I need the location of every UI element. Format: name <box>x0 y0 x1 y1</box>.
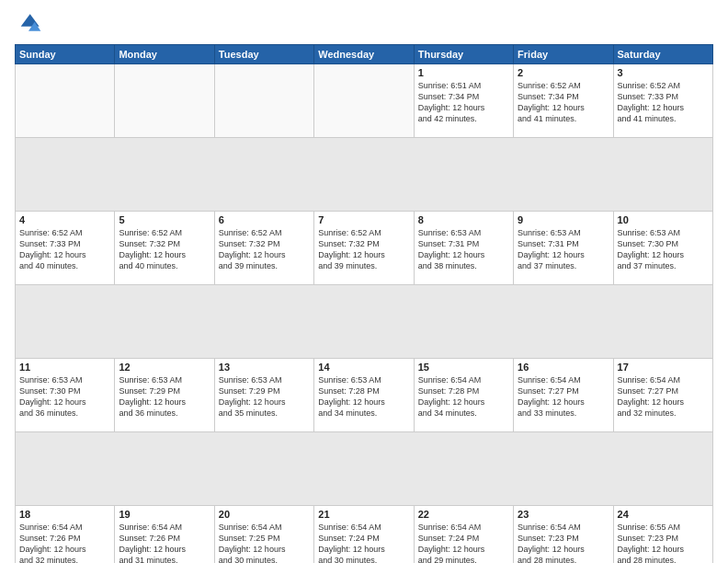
day-info: Sunrise: 6:53 AM Sunset: 7:28 PM Dayligh… <box>318 374 409 419</box>
calendar-cell <box>214 64 313 138</box>
calendar-cell <box>16 64 115 138</box>
day-number: 21 <box>318 509 409 520</box>
calendar-cell: 21Sunrise: 6:54 AM Sunset: 7:24 PM Dayli… <box>314 506 414 564</box>
day-number: 2 <box>518 67 609 78</box>
calendar-cell <box>115 64 214 138</box>
calendar-cell: 5Sunrise: 6:52 AM Sunset: 7:32 PM Daylig… <box>115 212 214 285</box>
day-info: Sunrise: 6:54 AM Sunset: 7:23 PM Dayligh… <box>518 522 609 563</box>
calendar-cell: 23Sunrise: 6:54 AM Sunset: 7:23 PM Dayli… <box>514 506 613 564</box>
day-number: 8 <box>418 214 509 225</box>
calendar-cell <box>314 64 414 138</box>
calendar-cell: 6Sunrise: 6:52 AM Sunset: 7:32 PM Daylig… <box>214 212 313 285</box>
separator-cell <box>16 138 713 212</box>
day-info: Sunrise: 6:54 AM Sunset: 7:24 PM Dayligh… <box>418 522 509 563</box>
row-separator <box>16 285 713 359</box>
day-info: Sunrise: 6:53 AM Sunset: 7:31 PM Dayligh… <box>418 227 509 272</box>
day-info: Sunrise: 6:52 AM Sunset: 7:32 PM Dayligh… <box>318 227 409 272</box>
day-number: 20 <box>219 509 310 520</box>
header <box>15 11 713 39</box>
day-number: 11 <box>19 362 110 373</box>
day-info: Sunrise: 6:52 AM Sunset: 7:33 PM Dayligh… <box>618 80 709 125</box>
logo-icon <box>15 11 42 39</box>
calendar-cell: 17Sunrise: 6:54 AM Sunset: 7:27 PM Dayli… <box>613 359 712 432</box>
day-info: Sunrise: 6:53 AM Sunset: 7:30 PM Dayligh… <box>19 374 110 419</box>
day-info: Sunrise: 6:52 AM Sunset: 7:32 PM Dayligh… <box>119 227 210 272</box>
day-number: 16 <box>518 362 609 373</box>
day-number: 22 <box>418 509 509 520</box>
day-info: Sunrise: 6:54 AM Sunset: 7:25 PM Dayligh… <box>219 522 310 563</box>
day-number: 23 <box>518 509 609 520</box>
separator-cell <box>16 285 713 359</box>
separator-cell <box>16 432 713 506</box>
weekday-row: SundayMondayTuesdayWednesdayThursdayFrid… <box>16 45 713 64</box>
day-info: Sunrise: 6:54 AM Sunset: 7:26 PM Dayligh… <box>19 522 110 563</box>
calendar-cell: 11Sunrise: 6:53 AM Sunset: 7:30 PM Dayli… <box>16 359 115 432</box>
calendar-cell: 14Sunrise: 6:53 AM Sunset: 7:28 PM Dayli… <box>314 359 414 432</box>
calendar-cell: 3Sunrise: 6:52 AM Sunset: 7:33 PM Daylig… <box>613 64 712 138</box>
day-number: 17 <box>618 362 709 373</box>
day-info: Sunrise: 6:52 AM Sunset: 7:33 PM Dayligh… <box>19 227 110 272</box>
calendar-cell: 24Sunrise: 6:55 AM Sunset: 7:23 PM Dayli… <box>613 506 712 564</box>
page: SundayMondayTuesdayWednesdayThursdayFrid… <box>0 0 728 563</box>
calendar-cell: 19Sunrise: 6:54 AM Sunset: 7:26 PM Dayli… <box>115 506 214 564</box>
day-info: Sunrise: 6:54 AM Sunset: 7:26 PM Dayligh… <box>119 522 210 563</box>
calendar-cell: 4Sunrise: 6:52 AM Sunset: 7:33 PM Daylig… <box>16 212 115 285</box>
calendar-cell: 12Sunrise: 6:53 AM Sunset: 7:29 PM Dayli… <box>115 359 214 432</box>
weekday-header: Monday <box>115 45 214 64</box>
calendar-cell: 10Sunrise: 6:53 AM Sunset: 7:30 PM Dayli… <box>613 212 712 285</box>
calendar-cell: 2Sunrise: 6:52 AM Sunset: 7:34 PM Daylig… <box>514 64 613 138</box>
day-number: 3 <box>618 67 709 78</box>
calendar-cell: 22Sunrise: 6:54 AM Sunset: 7:24 PM Dayli… <box>414 506 513 564</box>
calendar-week-row: 11Sunrise: 6:53 AM Sunset: 7:30 PM Dayli… <box>16 359 713 432</box>
calendar-cell: 20Sunrise: 6:54 AM Sunset: 7:25 PM Dayli… <box>214 506 313 564</box>
day-info: Sunrise: 6:53 AM Sunset: 7:31 PM Dayligh… <box>518 227 609 272</box>
calendar-cell: 8Sunrise: 6:53 AM Sunset: 7:31 PM Daylig… <box>414 212 513 285</box>
day-number: 9 <box>518 214 609 225</box>
day-number: 6 <box>219 214 310 225</box>
calendar-cell: 9Sunrise: 6:53 AM Sunset: 7:31 PM Daylig… <box>514 212 613 285</box>
day-info: Sunrise: 6:54 AM Sunset: 7:27 PM Dayligh… <box>618 374 709 419</box>
day-number: 5 <box>119 214 210 225</box>
calendar-cell: 13Sunrise: 6:53 AM Sunset: 7:29 PM Dayli… <box>214 359 313 432</box>
row-separator <box>16 138 713 212</box>
day-number: 12 <box>119 362 210 373</box>
day-number: 1 <box>418 67 509 78</box>
day-info: Sunrise: 6:52 AM Sunset: 7:34 PM Dayligh… <box>518 80 609 125</box>
calendar-header: SundayMondayTuesdayWednesdayThursdayFrid… <box>16 45 713 64</box>
day-info: Sunrise: 6:54 AM Sunset: 7:24 PM Dayligh… <box>318 522 409 563</box>
calendar-table: SundayMondayTuesdayWednesdayThursdayFrid… <box>15 44 713 563</box>
day-number: 13 <box>219 362 310 373</box>
calendar-week-row: 4Sunrise: 6:52 AM Sunset: 7:33 PM Daylig… <box>16 212 713 285</box>
calendar-cell: 15Sunrise: 6:54 AM Sunset: 7:28 PM Dayli… <box>414 359 513 432</box>
day-number: 14 <box>318 362 409 373</box>
row-separator <box>16 432 713 506</box>
day-number: 7 <box>318 214 409 225</box>
calendar-week-row: 1Sunrise: 6:51 AM Sunset: 7:34 PM Daylig… <box>16 64 713 138</box>
day-info: Sunrise: 6:53 AM Sunset: 7:29 PM Dayligh… <box>119 374 210 419</box>
weekday-header: Thursday <box>414 45 513 64</box>
day-info: Sunrise: 6:54 AM Sunset: 7:28 PM Dayligh… <box>418 374 509 419</box>
weekday-header: Saturday <box>613 45 712 64</box>
day-number: 24 <box>618 509 709 520</box>
day-number: 4 <box>19 214 110 225</box>
day-number: 10 <box>618 214 709 225</box>
calendar-cell: 7Sunrise: 6:52 AM Sunset: 7:32 PM Daylig… <box>314 212 414 285</box>
day-number: 18 <box>19 509 110 520</box>
logo <box>15 11 46 39</box>
calendar-body: 1Sunrise: 6:51 AM Sunset: 7:34 PM Daylig… <box>16 64 713 564</box>
weekday-header: Friday <box>514 45 613 64</box>
day-info: Sunrise: 6:54 AM Sunset: 7:27 PM Dayligh… <box>518 374 609 419</box>
calendar-cell: 1Sunrise: 6:51 AM Sunset: 7:34 PM Daylig… <box>414 64 513 138</box>
day-info: Sunrise: 6:52 AM Sunset: 7:32 PM Dayligh… <box>219 227 310 272</box>
calendar-week-row: 18Sunrise: 6:54 AM Sunset: 7:26 PM Dayli… <box>16 506 713 564</box>
calendar-cell: 18Sunrise: 6:54 AM Sunset: 7:26 PM Dayli… <box>16 506 115 564</box>
weekday-header: Wednesday <box>314 45 414 64</box>
weekday-header: Tuesday <box>214 45 313 64</box>
day-info: Sunrise: 6:55 AM Sunset: 7:23 PM Dayligh… <box>618 522 709 563</box>
day-number: 19 <box>119 509 210 520</box>
day-info: Sunrise: 6:51 AM Sunset: 7:34 PM Dayligh… <box>418 80 509 125</box>
calendar-cell: 16Sunrise: 6:54 AM Sunset: 7:27 PM Dayli… <box>514 359 613 432</box>
day-info: Sunrise: 6:53 AM Sunset: 7:29 PM Dayligh… <box>219 374 310 419</box>
day-number: 15 <box>418 362 509 373</box>
day-info: Sunrise: 6:53 AM Sunset: 7:30 PM Dayligh… <box>618 227 709 272</box>
